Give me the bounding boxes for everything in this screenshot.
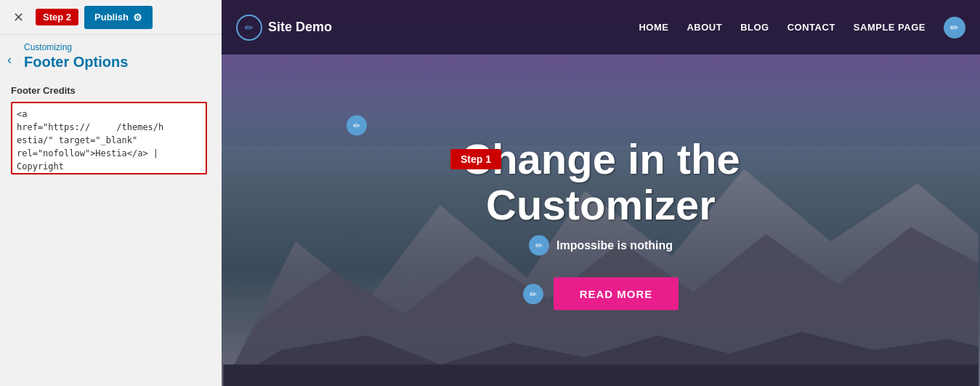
customizing-label: Customizing: [24, 42, 211, 52]
read-more-edit-icon: ✏: [530, 289, 537, 299]
step2-badge: Step 2: [36, 9, 78, 25]
nav-links: HOME ABOUT BLOG CONTACT SAMPLE PAGE ✏: [639, 17, 965, 39]
logo-icon: ✏: [236, 15, 262, 41]
hero-content: ✏ Change in the Customizer ✏ Impossibe i…: [347, 115, 855, 310]
nav-home[interactable]: HOME: [639, 22, 668, 33]
nav-about[interactable]: ABOUT: [687, 22, 722, 33]
nav-blog[interactable]: BLOG: [740, 22, 769, 33]
top-bar: ✕ Step 2 Publish ⚙: [0, 0, 222, 35]
close-button[interactable]: ✕: [7, 7, 30, 28]
back-button[interactable]: ‹: [7, 52, 12, 68]
nav-edit-button[interactable]: ✏: [944, 17, 965, 39]
footer-credits-label: Footer Credits: [11, 85, 211, 96]
site-name: Site Demo: [268, 20, 332, 35]
hero-title-line1: Change in the: [461, 134, 740, 182]
footer-options-title: Footer Options: [24, 54, 211, 71]
svg-rect-3: [223, 364, 978, 386]
hero-background: ✏ Site Demo HOME ABOUT BLOG CONTACT SAMP…: [222, 0, 980, 386]
website-preview: ✏ Site Demo HOME ABOUT BLOG CONTACT SAMP…: [222, 0, 980, 386]
read-more-edit-button[interactable]: ✏: [523, 284, 543, 304]
nav-edit-icon: ✏: [950, 22, 959, 33]
site-logo: ✏ Site Demo: [236, 15, 332, 41]
footer-credits-wrapper: <a href="https:// /themes/h estia/" targ…: [11, 102, 207, 174]
hero-subtitle: Impossibe is nothing: [556, 239, 673, 252]
hero-subtitle-edit-icon: ✏: [535, 241, 543, 251]
publish-label: Publish: [94, 12, 129, 23]
read-more-button[interactable]: READ MORE: [554, 278, 679, 310]
hero-title-line2: Customizer: [486, 181, 716, 228]
hero-title-edit-button[interactable]: ✏: [347, 115, 367, 135]
gear-icon: ⚙: [133, 12, 142, 23]
footer-credits-textarea[interactable]: <a href="https:// /themes/h estia/" targ…: [12, 103, 206, 173]
hero-title-edit-icon: ✏: [353, 120, 360, 130]
panel-content: Footer Credits <a href="https:// /themes…: [0, 74, 222, 386]
hero-title: Change in the Customizer: [347, 135, 855, 228]
logo-pencil-icon: ✏: [245, 22, 254, 33]
hero-subtitle-row: ✏ Impossibe is nothing: [347, 236, 855, 256]
publish-button[interactable]: Publish ⚙: [84, 6, 153, 29]
nav-contact[interactable]: CONTACT: [787, 22, 835, 33]
breadcrumb: ‹ Customizing Footer Options: [0, 35, 222, 74]
nav-sample-page[interactable]: SAMPLE PAGE: [854, 22, 926, 33]
read-more-row: ✏ READ MORE: [347, 278, 855, 310]
nav-bar: ✏ Site Demo HOME ABOUT BLOG CONTACT SAMP…: [222, 0, 980, 55]
customizer-panel: ✕ Step 2 Publish ⚙ ‹ Customizing Footer …: [0, 0, 222, 386]
hero-subtitle-edit-button[interactable]: ✏: [529, 236, 549, 256]
step1-badge: Step 1: [450, 149, 501, 169]
